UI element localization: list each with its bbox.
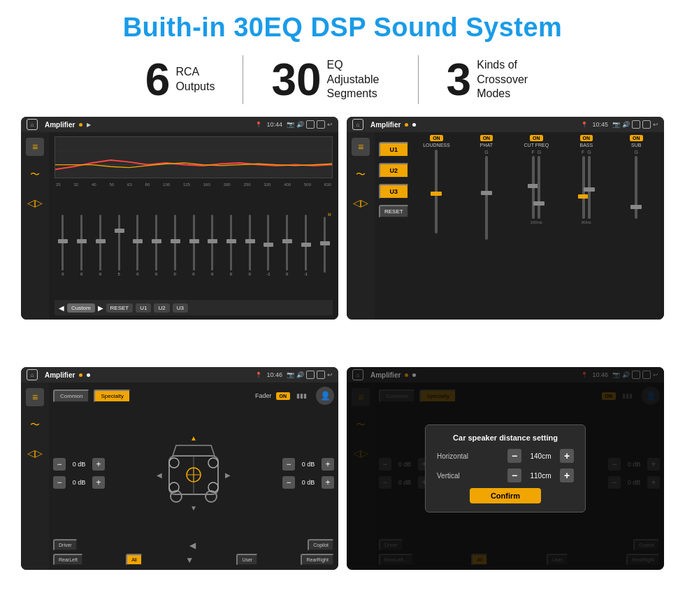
- rearleft-btn[interactable]: RearLeft: [53, 554, 83, 566]
- cross-reset-btn[interactable]: RESET: [379, 205, 409, 218]
- db-minus-3[interactable]: −: [282, 476, 295, 489]
- fader-nav-wave[interactable]: 〜: [26, 416, 44, 434]
- eq-nav-wave[interactable]: 〜: [26, 166, 44, 184]
- eq-slider-12[interactable]: 0: [279, 189, 296, 301]
- fader-on-badge: ON: [276, 392, 291, 400]
- bass-fg: FG: [582, 150, 591, 155]
- fader-label: Fader: [255, 392, 272, 399]
- rearright-btn[interactable]: RearRight: [301, 554, 334, 566]
- fader-main-area: Common Specialty Fader ON ▮▮▮ 👤 − 0 dB: [49, 382, 338, 570]
- cutfreq-track-f[interactable]: [532, 156, 535, 219]
- sub-track[interactable]: [635, 156, 637, 219]
- u3-btn[interactable]: U3: [379, 184, 409, 199]
- u1-btn[interactable]: U1: [379, 142, 409, 157]
- eq-slider-3[interactable]: 5: [110, 189, 127, 301]
- eq-icon-box2: [317, 120, 325, 129]
- common-tab[interactable]: Common: [53, 389, 89, 403]
- eq-u3-btn[interactable]: U3: [173, 303, 188, 313]
- eq-track-12: [286, 215, 288, 271]
- eq-time: 10:44: [266, 121, 282, 128]
- cutfreq-track-g[interactable]: [538, 156, 540, 219]
- specialty-tab[interactable]: Specialty: [94, 389, 130, 403]
- home-icon: ⌂: [27, 119, 38, 130]
- eq-slider-0[interactable]: 0: [55, 189, 71, 301]
- u2-btn[interactable]: U2: [379, 163, 409, 178]
- eq-slider-6[interactable]: 0: [166, 189, 183, 301]
- eq-screen: ⌂ Amplifier ▶ 📍 10:44 📷 🔊 ↩ ≡ 〜: [21, 117, 338, 320]
- eq-slider-11[interactable]: -1: [260, 189, 277, 301]
- db-minus-1[interactable]: −: [53, 476, 66, 489]
- eq-slider-2[interactable]: 0: [92, 189, 108, 301]
- fader-user-icon: 👤: [316, 387, 334, 405]
- eq-slider-4[interactable]: 0: [129, 189, 146, 301]
- eq-u2-btn[interactable]: U2: [154, 303, 169, 313]
- eq-val-0: 0: [62, 272, 64, 276]
- cross-nav-wave[interactable]: 〜: [352, 166, 370, 184]
- dialog-horizontal-label: Horizontal: [437, 452, 468, 460]
- fader-nav-eq[interactable]: ≡: [26, 388, 44, 406]
- eq-thumb-13: [301, 243, 311, 247]
- eq-track-1: [80, 215, 82, 271]
- eq-slider-9[interactable]: 0: [223, 189, 240, 301]
- cross-time: 10:45: [592, 121, 608, 128]
- copilot-btn[interactable]: Copilot: [308, 539, 334, 551]
- crossover-sliders: ON LOUDNESS ON PHAT G: [413, 135, 660, 317]
- fader-nav-speaker[interactable]: ◁▷: [26, 444, 44, 462]
- db-minus-2[interactable]: −: [282, 458, 295, 471]
- db-row-1: − 0 dB +: [53, 476, 105, 489]
- cross-status-bar: ⌂ Amplifier 📍 10:45 📷 🔊 ↩: [347, 117, 664, 132]
- cutfreq-on: ON: [530, 135, 543, 141]
- fader-screen: ⌂ Amplifier 📍 10:46 📷 🔊 ↩ ≡ 〜: [21, 367, 338, 570]
- eq-custom-btn[interactable]: Custom: [67, 303, 95, 313]
- phat-track[interactable]: [485, 156, 488, 240]
- user-btn[interactable]: User: [236, 554, 258, 566]
- eq-app-title: Amplifier: [45, 121, 75, 129]
- cutfreq-fg: FG: [531, 150, 541, 155]
- cross-nav-eq[interactable]: ≡: [352, 138, 370, 156]
- driver-btn[interactable]: Driver: [53, 539, 78, 551]
- eq-next[interactable]: ▶: [98, 304, 103, 312]
- eq-slider-7[interactable]: 0: [185, 189, 202, 301]
- cross-bass: ON BASS FG 90Hz: [563, 135, 610, 317]
- eq-slider-5[interactable]: 0: [148, 189, 165, 301]
- eq-val-6: 0: [174, 272, 176, 276]
- dialog-horizontal-plus[interactable]: +: [560, 449, 574, 463]
- eq-u1-btn[interactable]: U1: [136, 303, 151, 313]
- dialog-horizontal-value: 140cm: [525, 452, 556, 460]
- confirm-button[interactable]: Confirm: [470, 488, 541, 503]
- db-minus-0[interactable]: −: [53, 458, 66, 471]
- eq-track-6: [174, 215, 176, 271]
- eq-slider-8[interactable]: 0: [204, 189, 221, 301]
- eq-slider-13[interactable]: -1: [298, 189, 315, 301]
- bass-track-g[interactable]: [588, 156, 591, 219]
- eq-thumb-5: [152, 239, 161, 243]
- eq-slider-14[interactable]: [316, 189, 333, 301]
- dialog-horizontal-minus[interactable]: −: [507, 449, 521, 463]
- dialog-vertical-plus[interactable]: +: [560, 468, 574, 482]
- eq-val-7: 0: [192, 272, 194, 276]
- eq-nav-eq[interactable]: ≡: [26, 138, 44, 156]
- eq-reset-btn[interactable]: RESET: [106, 303, 134, 313]
- eq-val-3: 5: [117, 272, 120, 276]
- eq-slider-10[interactable]: 0: [241, 189, 258, 301]
- db-plus-1[interactable]: +: [92, 476, 105, 489]
- db-plus-3[interactable]: +: [322, 476, 334, 489]
- db-plus-2[interactable]: +: [322, 458, 334, 471]
- cross-nav-speaker[interactable]: ◁▷: [352, 194, 370, 212]
- car-svg: ▲ ▼ ◀ ▶: [155, 435, 232, 512]
- eq-slider-1[interactable]: 0: [73, 189, 90, 301]
- loudness-track[interactable]: [435, 150, 438, 234]
- eq-nav-speaker[interactable]: ◁▷: [26, 194, 44, 212]
- fader-top-bar: Common Specialty Fader ON ▮▮▮ 👤: [53, 387, 334, 405]
- db-plus-0[interactable]: +: [92, 458, 105, 471]
- eq-val-10: 0: [249, 272, 251, 276]
- eq-thumb-0: [58, 239, 68, 243]
- fader-left-arrow: ◀: [189, 540, 196, 550]
- eq-prev[interactable]: ◀: [59, 304, 64, 312]
- cross-side-nav: ≡ 〜 ◁▷: [347, 132, 375, 320]
- svg-rect-0: [55, 137, 332, 178]
- all-btn[interactable]: All: [126, 554, 143, 566]
- dialog-vertical-minus[interactable]: −: [507, 468, 521, 482]
- eq-track-10: [249, 215, 251, 271]
- sub-g-label: G: [635, 150, 638, 155]
